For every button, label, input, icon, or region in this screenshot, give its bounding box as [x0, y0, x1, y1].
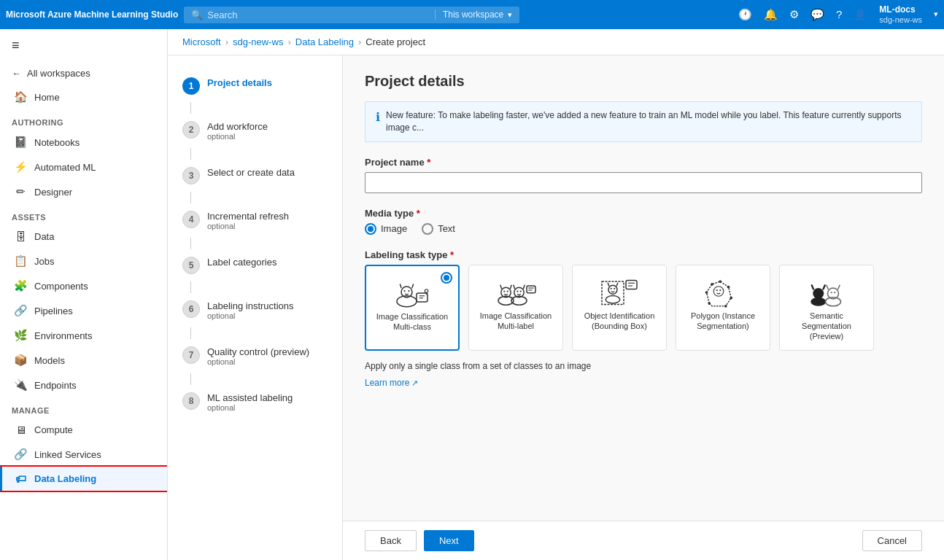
svg-point-23 [614, 287, 615, 289]
bell-icon[interactable]: 🔔 [764, 8, 778, 21]
components-icon: 🧩 [14, 279, 27, 292]
automated-ml-icon: ⚡ [14, 160, 27, 174]
workspace-chevron[interactable]: ▾ [508, 10, 512, 20]
form-panel: Project details ℹ New feature: To make l… [343, 55, 944, 560]
breadcrumb: Microsoft › sdg-new-ws › Data Labeling ›… [168, 29, 944, 55]
svg-point-30 [705, 291, 708, 294]
task-card-object-identification[interactable]: Object Identification (Bounding Box) [572, 265, 667, 351]
user-chevron[interactable]: ▾ [934, 9, 938, 19]
external-link-icon: ↗ [411, 378, 418, 388]
task-card-radio-1 [441, 272, 452, 284]
linked-services-icon: 🔗 [14, 448, 27, 461]
svg-point-29 [708, 302, 711, 305]
svg-point-24 [606, 295, 620, 303]
assets-section-label: Assets [0, 204, 167, 225]
task-card-image-classification-multiclass[interactable]: Image Classification Multi-class [365, 265, 460, 351]
media-type-image-radio[interactable] [365, 223, 376, 235]
sidebar-item-pipelines[interactable]: 🔗 Pipelines [0, 298, 167, 323]
step-5-label-categories[interactable]: 5 Label categories [168, 249, 342, 281]
step-circle-3: 3 [182, 167, 200, 184]
sidebar-item-models[interactable]: 📦 Models [0, 348, 167, 373]
svg-point-44 [834, 291, 835, 292]
search-icon: 🔍 [191, 9, 203, 20]
clock-icon[interactable]: 🕐 [738, 8, 752, 21]
info-icon: ℹ [376, 109, 380, 125]
learn-more-link[interactable]: Learn more ↗ [365, 378, 418, 388]
svg-rect-17 [527, 286, 535, 293]
sidebar-item-designer[interactable]: ✏ Designer [0, 179, 167, 204]
sidebar-item-compute[interactable]: 🖥 Compute [0, 418, 167, 442]
cancel-button[interactable]: Cancel [862, 530, 922, 551]
form-footer: Back Next Cancel [343, 521, 944, 560]
task-card-label-4: Polygon (Instance Segmentation) [685, 311, 761, 332]
media-type-image-option[interactable]: Image [365, 223, 407, 235]
media-type-text-radio[interactable] [422, 223, 433, 235]
svg-rect-25 [626, 280, 637, 289]
project-name-label: Project name * [365, 157, 922, 168]
info-banner: ℹ New feature: To make labeling faster, … [365, 101, 922, 142]
search-box[interactable]: 🔍 This workspace ▾ [184, 7, 519, 23]
svg-point-16 [520, 290, 522, 292]
step-circle-5: 5 [182, 257, 200, 274]
svg-point-2 [403, 289, 405, 291]
user-info: ML-docs sdg-new-ws [879, 4, 922, 25]
user-avatar[interactable]: 👤 [854, 8, 867, 21]
svg-point-43 [831, 291, 832, 292]
task-card-label-3: Object Identification (Bounding Box) [581, 311, 657, 332]
sidebar-item-components[interactable]: 🧩 Components [0, 273, 167, 298]
svg-point-36 [713, 286, 724, 296]
step-7-quality-control[interactable]: 7 Quality control (preview) optional [168, 339, 342, 373]
help-icon[interactable]: ? [836, 8, 842, 20]
breadcrumb-microsoft[interactable]: Microsoft [182, 36, 221, 47]
step-3-select-data[interactable]: 3 Select or create data [168, 160, 342, 192]
topbar: Microsoft Azure Machine Learning Studio … [0, 0, 944, 29]
sidebar-item-endpoints[interactable]: 🔌 Endpoints [0, 373, 167, 397]
step-2-add-workforce[interactable]: 2 Add workforce optional [168, 114, 342, 148]
next-button[interactable]: Next [424, 530, 474, 551]
svg-point-7 [425, 289, 428, 292]
sidebar-item-linked-services[interactable]: 🔗 Linked Services [0, 442, 167, 467]
svg-point-37 [716, 289, 718, 290]
sidebar-item-automated-ml[interactable]: ⚡ Automated ML [0, 155, 167, 179]
breadcrumb-create-project: Create project [365, 36, 425, 47]
settings-icon[interactable]: ⚙ [789, 8, 799, 21]
notebooks-icon: 📓 [14, 136, 27, 149]
workspace-selector[interactable]: This workspace [435, 9, 503, 20]
task-icon-semantic [805, 274, 848, 311]
media-type-text-option[interactable]: Text [422, 223, 455, 235]
task-type-required: * [450, 249, 454, 260]
svg-point-33 [727, 285, 730, 288]
sidebar-item-jobs[interactable]: 📋 Jobs [0, 249, 167, 273]
search-input[interactable] [207, 9, 430, 20]
sidebar-item-home[interactable]: 🏠 Home [0, 85, 167, 109]
sidebar-item-environments[interactable]: 🌿 Environments [0, 323, 167, 348]
task-card-image-classification-multilabel[interactable]: Image Classification Multi-label [468, 265, 563, 351]
svg-point-22 [611, 287, 612, 289]
svg-point-34 [730, 296, 732, 299]
sidebar-back-all-workspaces[interactable]: ← All workspaces [0, 62, 167, 85]
sidebar-item-notebooks[interactable]: 📓 Notebooks [0, 130, 167, 155]
home-icon: 🏠 [14, 90, 27, 104]
svg-point-3 [408, 289, 409, 291]
task-description: Apply only a single class from a set of … [365, 361, 922, 371]
feedback-icon[interactable]: 💬 [810, 8, 824, 21]
project-name-input[interactable] [365, 172, 922, 193]
data-icon: 🗄 [14, 230, 27, 243]
back-arrow-icon: ← [12, 68, 21, 79]
sidebar-item-data-labeling[interactable]: 🏷 Data Labeling [0, 467, 167, 491]
step-4-incremental-refresh[interactable]: 4 Incremental refresh optional [168, 203, 342, 238]
step-1-project-details[interactable]: 1 Project details [168, 70, 342, 102]
task-icon-multilabel [494, 274, 538, 311]
svg-point-15 [517, 290, 518, 292]
compute-icon: 🖥 [14, 424, 27, 436]
breadcrumb-data-labeling[interactable]: Data Labeling [295, 36, 354, 47]
breadcrumb-workspace[interactable]: sdg-new-ws [233, 36, 283, 47]
step-8-ml-assisted[interactable]: 8 ML assisted labeling optional [168, 385, 342, 419]
step-6-labeling-instructions[interactable]: 6 Labeling instructions optional [168, 293, 342, 327]
project-name-field: Project name * [365, 157, 922, 193]
task-card-polygon-segmentation[interactable]: Polygon (Instance Segmentation) [676, 265, 770, 351]
sidebar-item-data[interactable]: 🗄 Data [0, 225, 167, 249]
task-card-semantic-segmentation[interactable]: Semantic Segmentation (Preview) [779, 265, 874, 351]
sidebar-toggle[interactable]: ≡ [0, 29, 167, 62]
back-button[interactable]: Back [365, 530, 417, 551]
